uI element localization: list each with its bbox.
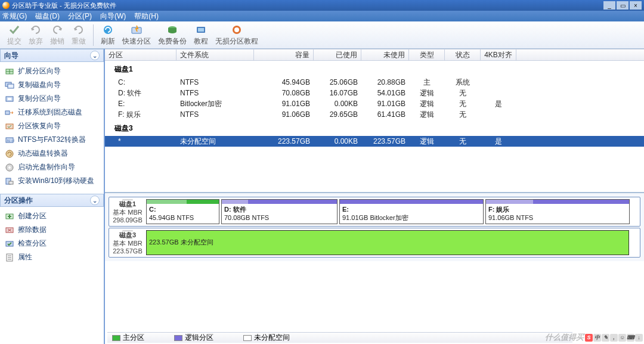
- wizard-item-label: 扩展分区向导: [18, 66, 61, 76]
- wizard-item[interactable]: 复制磁盘向导: [4, 78, 100, 92]
- partition-box[interactable]: D: 软件70.08GB NTFS: [221, 199, 338, 224]
- commit-button[interactable]: 提交: [7, 23, 21, 47]
- wizard-item[interactable]: 启动光盘制作向导: [4, 160, 100, 174]
- ops-item[interactable]: 创建分区: [4, 209, 100, 223]
- refresh-icon: [101, 23, 114, 36]
- redo-button[interactable]: 重做: [72, 23, 86, 47]
- col-free[interactable]: 未使用: [361, 49, 409, 60]
- redo-icon: [72, 23, 85, 36]
- ops-item[interactable]: 擦除数据: [4, 223, 100, 237]
- disk-info[interactable]: 磁盘3基本 MBR223.57GB: [111, 230, 144, 255]
- undo-icon: [51, 23, 64, 36]
- svg-rect-20: [9, 181, 13, 184]
- undo-button[interactable]: 撤销: [50, 23, 64, 47]
- wizard-item[interactable]: 扩展分区向导: [4, 64, 100, 78]
- legend-primary: 主分区: [112, 333, 144, 343]
- wizard-list: 扩展分区向导复制磁盘向导复制分区向导迁移系统到固态磁盘分区恢复向导N→FNTFS…: [0, 62, 104, 194]
- col-used[interactable]: 已使用: [314, 49, 361, 60]
- ops-item-icon: [5, 212, 14, 221]
- wizard-item[interactable]: N→FNTFS与FAT32转换器: [4, 133, 100, 147]
- toolbar: 提交 放弃 撤销 重做 刷新 快速分区 免费备份 教程 无损分区教程: [0, 21, 644, 49]
- col-partition[interactable]: 分区: [105, 49, 177, 60]
- partition-row[interactable]: C: NTFS 45.94GB 25.06GB 20.88GB 主 系统: [105, 77, 644, 88]
- menu-disk[interactable]: 磁盘(D): [35, 11, 60, 21]
- disk-group-row[interactable]: 磁盘3: [105, 120, 644, 136]
- ops-panel-header[interactable]: 分区操作 ⌄: [0, 194, 104, 207]
- svg-point-16: [6, 150, 13, 157]
- wizard-panel-header[interactable]: 向导 ⌄: [0, 49, 104, 62]
- maximize-button[interactable]: ▭: [617, 1, 628, 10]
- svg-point-18: [8, 166, 11, 169]
- ops-item[interactable]: 属性: [4, 250, 100, 264]
- wizard-item[interactable]: 复制分区向导: [4, 92, 100, 106]
- ops-item-icon: [5, 239, 14, 249]
- partition-box-unalloc[interactable]: 223.57GB 未分配空间: [146, 230, 629, 255]
- ops-item-label: 擦除数据: [18, 225, 47, 235]
- col-status[interactable]: 状态: [445, 49, 481, 60]
- disk-map: 磁盘3基本 MBR223.57GB 223.57GB 未分配空间: [109, 228, 640, 258]
- partition-box[interactable]: C:45.94GB NTFS: [146, 199, 219, 224]
- legend-logical: 逻辑分区: [174, 333, 213, 343]
- wizard-item-icon: [5, 176, 14, 186]
- lossless-guide-button[interactable]: 无损分区教程: [215, 23, 258, 47]
- menu-general[interactable]: 常规(G): [2, 11, 27, 21]
- partition-box[interactable]: E:91.01GB Bitlocker加密: [339, 199, 484, 224]
- svg-rect-11: [8, 98, 11, 100]
- refresh-button[interactable]: 刷新: [101, 23, 115, 47]
- tutorial-button[interactable]: 教程: [194, 23, 208, 47]
- partition-row[interactable]: E: Bitlocker加密 91.01GB 0.00KB 91.01GB 逻辑…: [105, 98, 644, 109]
- wizard-item[interactable]: 动态磁盘转换器: [4, 147, 100, 160]
- wizard-item-label: 迁移系统到固态磁盘: [18, 107, 82, 117]
- watermark: 什么值得买 S 中✎, ☺⌨↓: [545, 332, 643, 343]
- backup-icon: [166, 23, 179, 36]
- wizard-item-icon: N→F: [5, 135, 14, 145]
- partition-box[interactable]: F: 娱乐91.06GB NTFS: [485, 199, 630, 224]
- wizard-item-icon: [5, 67, 14, 76]
- minimize-button[interactable]: _: [603, 1, 615, 10]
- col-4k-align[interactable]: 4KB对齐: [481, 49, 516, 60]
- ops-list: 创建分区擦除数据检查分区属性: [0, 207, 104, 270]
- quick-partition-button[interactable]: 快速分区: [122, 23, 151, 47]
- wizard-item-icon: [5, 122, 14, 131]
- col-type[interactable]: 类型: [409, 49, 445, 60]
- col-filesystem[interactable]: 文件系统: [177, 49, 254, 60]
- abandon-button[interactable]: 放弃: [29, 23, 43, 47]
- abandon-icon: [29, 23, 42, 36]
- menu-bar: 常规(G) 磁盘(D) 分区(P) 向导(W) 帮助(H): [0, 11, 644, 21]
- ops-item-icon: [5, 253, 14, 262]
- grid-body[interactable]: 磁盘1 C: NTFS 45.94GB 25.06GB 20.88GB 主 系统…: [105, 61, 644, 192]
- legend: 主分区 逻辑分区 未分配空间: [107, 332, 572, 343]
- disk-map: 磁盘1基本 MBR298.09GB C:45.94GB NTFS D: 软件70…: [109, 197, 640, 227]
- quick-partition-icon: [130, 23, 143, 36]
- wizard-item[interactable]: 安装Win8/10到移动硬盘: [4, 174, 100, 188]
- partition-row[interactable]: F: 娱乐 NTFS 91.06GB 29.65GB 61.41GB 逻辑 无: [105, 109, 644, 120]
- col-capacity[interactable]: 容量: [254, 49, 314, 60]
- menu-partition[interactable]: 分区(P): [68, 11, 92, 21]
- wizard-item-label: 分区恢复向导: [18, 121, 61, 131]
- legend-unalloc: 未分配空间: [243, 333, 290, 343]
- wizard-item[interactable]: 迁移系统到固态磁盘: [4, 106, 100, 119]
- menu-wizard[interactable]: 向导(W): [100, 11, 126, 21]
- checkmark-icon: [8, 23, 21, 36]
- ops-item-label: 创建分区: [18, 211, 47, 221]
- free-backup-button[interactable]: 免费备份: [158, 23, 187, 47]
- wizard-item[interactable]: 分区恢复向导: [4, 119, 100, 133]
- partition-row[interactable]: * 未分配空间 223.57GB 0.00KB 223.57GB 逻辑 无 是: [105, 136, 644, 147]
- disk-group-row[interactable]: 磁盘1: [105, 61, 644, 77]
- content-area: 分区 文件系统 容量 已使用 未使用 类型 状态 4KB对齐 磁盘1 C: NT…: [105, 49, 644, 344]
- wizard-item-label: NTFS与FAT32转换器: [18, 135, 86, 145]
- ops-item-icon: [5, 225, 14, 235]
- partition-row[interactable]: D: 软件 NTFS 70.08GB 16.07GB 54.01GB 逻辑 无: [105, 88, 644, 98]
- tutorial-icon: [194, 23, 208, 36]
- menu-help[interactable]: 帮助(H): [134, 11, 159, 21]
- disk-info[interactable]: 磁盘1基本 MBR298.09GB: [111, 199, 144, 224]
- title-bar: 分区助手专业版 - 无损分区免费软件 _ ▭ ×: [0, 0, 644, 11]
- close-button[interactable]: ×: [630, 1, 642, 10]
- disk-maps: 磁盘1基本 MBR298.09GB C:45.94GB NTFS D: 软件70…: [105, 192, 644, 261]
- wizard-item-icon: [5, 94, 14, 104]
- collapse-icon: ⌄: [90, 196, 100, 205]
- wizard-item-icon: [5, 149, 14, 159]
- wizard-item-label: 安装Win8/10到移动硬盘: [18, 176, 94, 186]
- ops-item-label: 属性: [18, 252, 32, 262]
- ops-item[interactable]: 检查分区: [4, 237, 100, 250]
